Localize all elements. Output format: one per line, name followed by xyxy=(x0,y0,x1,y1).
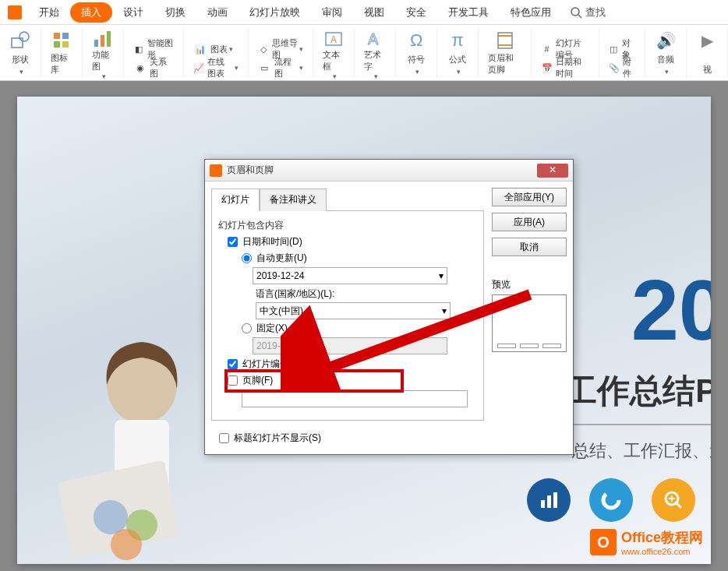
pie-chart-icon xyxy=(589,478,633,522)
footer-checkbox[interactable] xyxy=(228,375,238,386)
ribbon-toolbar: 形状▾ 图标库 功能图▾ ◧智能图形 ◉关系图 📊图表▾ 📈在线图表▾ ◇思维导… xyxy=(0,25,728,81)
magnify-icon xyxy=(652,478,695,522)
mindmap-button[interactable]: ◇思维导图▾ xyxy=(255,41,306,58)
auto-update-radio[interactable] xyxy=(242,253,252,263)
svg-point-0 xyxy=(571,8,579,16)
dialog-tab-slide[interactable]: 幻灯片 xyxy=(211,189,260,211)
hide-title-checkbox-row[interactable]: 标题幻灯片不显示(S) xyxy=(219,432,484,445)
funcchart-icon xyxy=(92,29,114,49)
dialog-tab-notes[interactable]: 备注和讲义 xyxy=(260,189,327,211)
object-button[interactable]: ◫对象 xyxy=(606,41,638,58)
flowchart-icon: ▭ xyxy=(258,61,271,75)
lang-label: 语言(国家/地区)(L): xyxy=(256,287,477,301)
fixed-date-input: 2019-12-24 xyxy=(253,337,447,354)
svg-point-22 xyxy=(111,529,142,560)
cancel-button[interactable]: 取消 xyxy=(492,238,567,256)
smartart-button[interactable]: ◧智能图形 xyxy=(130,41,177,58)
tab-review[interactable]: 审阅 xyxy=(311,1,353,24)
textbox-button[interactable]: A 文本框▾ xyxy=(320,27,348,77)
apply-all-button[interactable]: 全部应用(Y) xyxy=(492,188,567,206)
preview-box xyxy=(492,294,567,352)
search-button[interactable]: 查找 xyxy=(570,5,606,19)
fixed-radio[interactable] xyxy=(242,323,252,333)
flowchart-button[interactable]: ▭流程图▾ xyxy=(255,59,306,76)
slidenum-checkbox[interactable] xyxy=(228,359,238,369)
datetime-icon: 📅 xyxy=(541,61,552,75)
datetime-checkbox-row[interactable]: 日期和时间(D) xyxy=(228,235,477,248)
svg-rect-24 xyxy=(547,495,551,508)
mindmap-icon: ◇ xyxy=(258,42,269,56)
tab-animation[interactable]: 动画 xyxy=(196,1,239,24)
tab-security[interactable]: 安全 xyxy=(395,1,437,24)
slide-tags: 总结、工作汇报、述 xyxy=(572,439,711,463)
funcchart-button[interactable]: 功能图▾ xyxy=(89,27,117,77)
smartart-icon: ◧ xyxy=(133,42,144,56)
tab-design[interactable]: 设计 xyxy=(112,1,154,24)
lang-select[interactable]: 中文(中国) ▾ xyxy=(256,302,451,319)
symbol-button[interactable]: Ω 符号▾ xyxy=(402,28,430,77)
tab-view[interactable]: 视图 xyxy=(353,1,395,24)
slide-icon-row xyxy=(527,478,695,522)
svg-text:A: A xyxy=(368,30,379,48)
attach-icon: 📎 xyxy=(609,61,620,75)
svg-rect-25 xyxy=(553,492,557,508)
onlinechart-button[interactable]: 📈在线图表▾ xyxy=(190,59,242,76)
tab-insert[interactable]: 插入 xyxy=(70,2,112,23)
tab-special[interactable]: 特色应用 xyxy=(500,1,562,24)
onlinechart-icon: 📈 xyxy=(193,61,204,75)
bar-chart-icon xyxy=(527,478,571,522)
auto-update-radio-row[interactable]: 自动更新(U) xyxy=(242,252,477,265)
watermark-url: www.office26.com xyxy=(621,547,703,556)
header-footer-dialog: 页眉和页脚 ✕ 幻灯片 备注和讲义 幻灯片包含内容 日期和时间(D) 自动更新(… xyxy=(204,159,574,455)
svg-rect-10 xyxy=(107,31,111,47)
apply-button[interactable]: 应用(A) xyxy=(492,213,567,231)
svg-rect-5 xyxy=(62,33,69,39)
audio-button[interactable]: 🔊 音频▾ xyxy=(652,28,680,77)
svg-line-1 xyxy=(578,15,581,18)
chevron-down-icon: ▾ xyxy=(439,270,444,281)
iconlib-button[interactable]: 图标库 xyxy=(48,28,76,77)
fixed-radio-row[interactable]: 固定(X) xyxy=(242,322,477,335)
tab-devtools[interactable]: 开发工具 xyxy=(437,1,500,24)
svg-point-3 xyxy=(19,32,29,41)
document-icon xyxy=(8,5,22,19)
dialog-titlebar[interactable]: 页眉和页脚 ✕ xyxy=(205,160,573,182)
attach-button[interactable]: 📎附件 xyxy=(606,59,638,76)
watermark-title: Office教程网 xyxy=(621,530,703,545)
search-icon xyxy=(570,6,582,19)
tab-transition[interactable]: 切换 xyxy=(154,1,196,24)
slidenum-button[interactable]: #幻灯片编号 xyxy=(538,41,592,58)
relation-icon: ◉ xyxy=(133,61,147,75)
svg-point-20 xyxy=(94,500,128,534)
dialog-close-button[interactable]: ✕ xyxy=(537,164,568,178)
chart-button[interactable]: 📊图表▾ xyxy=(190,41,242,58)
dialog-title-text: 页眉和页脚 xyxy=(227,164,537,177)
tab-slideshow[interactable]: 幻灯片放映 xyxy=(239,1,311,24)
hide-title-checkbox[interactable] xyxy=(219,433,229,443)
chart-icon: 📊 xyxy=(193,42,207,56)
chevron-down-icon: ▾ xyxy=(442,305,447,316)
headerfooter-button[interactable]: 页眉和页脚 xyxy=(485,28,525,77)
section-label: 幻灯片包含内容 xyxy=(218,219,477,232)
video-button[interactable]: ▶ 视 xyxy=(693,28,721,77)
relation-button[interactable]: ◉关系图 xyxy=(130,59,177,76)
formula-button[interactable]: π 公式▾ xyxy=(444,28,472,77)
textbox-icon: A xyxy=(323,29,345,49)
slidenum-checkbox-row[interactable]: 幻灯片编号(N) xyxy=(228,358,477,371)
dialog-app-icon xyxy=(210,164,222,177)
dialog-panel: 幻灯片包含内容 日期和时间(D) 自动更新(U) 2019-12-24 ▾ 语言… xyxy=(211,210,484,421)
slide-year: 20 xyxy=(631,260,711,359)
shapes-button[interactable]: 形状▾ xyxy=(6,28,34,77)
wordart-icon: A xyxy=(364,29,386,49)
svg-text:A: A xyxy=(330,34,337,45)
shapes-icon xyxy=(9,30,31,51)
wordart-button[interactable]: A 艺术字▾ xyxy=(361,27,389,77)
slidenum-icon: # xyxy=(541,42,552,56)
footer-checkbox-row[interactable]: 页脚(F) xyxy=(228,374,477,387)
date-select[interactable]: 2019-12-24 ▾ xyxy=(253,267,447,284)
footer-input[interactable] xyxy=(242,390,468,407)
svg-rect-8 xyxy=(94,40,98,47)
datetime-checkbox[interactable] xyxy=(228,237,238,247)
datetime-button[interactable]: 📅日期和时间 xyxy=(538,59,592,76)
tab-start[interactable]: 开始 xyxy=(28,1,70,24)
